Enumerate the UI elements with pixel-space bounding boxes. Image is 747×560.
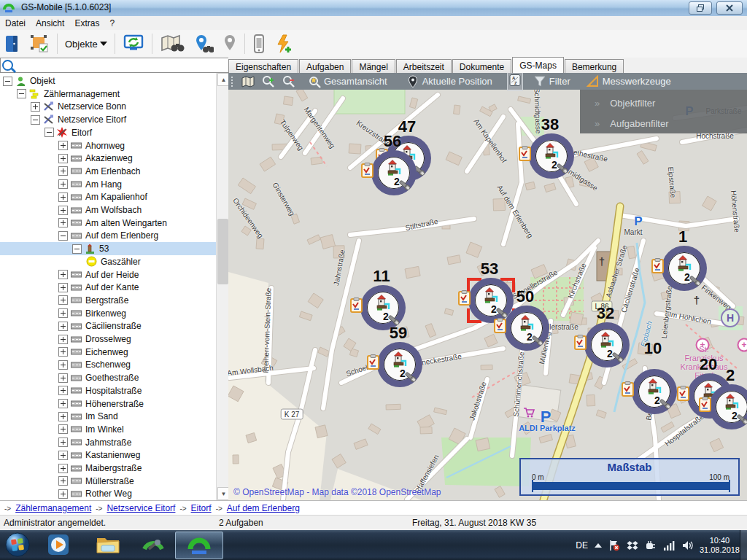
action-center-flag-icon[interactable] <box>608 540 620 551</box>
tree-item-auf-der-kante[interactable]: Auf der Kante <box>0 281 229 294</box>
map-marker-38[interactable]: 2 <box>529 133 574 179</box>
tree-item-maibergstra-e[interactable]: Maibergstraße <box>0 462 229 475</box>
tree-item-akazienweg[interactable]: Akazienweg <box>0 152 229 165</box>
map-marker-10[interactable]: 2 <box>632 369 677 414</box>
expand-icon[interactable] <box>58 412 68 421</box>
map-search-button[interactable] <box>155 32 189 55</box>
language-indicator[interactable]: DE <box>576 540 588 551</box>
expand-icon[interactable] <box>58 476 68 486</box>
collapse-icon[interactable] <box>44 128 54 137</box>
map-marker-32[interactable]: 2 <box>584 322 630 368</box>
taskbar-explorer[interactable] <box>95 532 121 557</box>
zoom-out-button[interactable] <box>279 73 299 93</box>
map-panel[interactable]: TulpenwegMargeritenwegKreuzstraßeGinster… <box>228 73 747 500</box>
start-button[interactable] <box>4 532 31 557</box>
select-objects-button[interactable] <box>25 32 54 55</box>
expand-icon[interactable] <box>58 192 68 202</box>
map-marker-56[interactable]: 2 <box>371 150 417 195</box>
tab-dokumente[interactable]: Dokumente <box>452 59 511 73</box>
tab-arbeitszeit[interactable]: Arbeitszeit <box>396 59 452 73</box>
menu-item-extras[interactable]: Extras <box>69 17 104 30</box>
map-marker-59[interactable]: 2 <box>377 342 422 387</box>
tree-item-jahmstra-e[interactable]: Jahmstraße <box>0 436 229 449</box>
tab-aufgaben[interactable]: Aufgaben <box>299 59 351 73</box>
tab-bemerkung[interactable]: Bemerkung <box>565 59 624 73</box>
tree-item-birkenweg[interactable]: Birkenweg <box>0 307 229 320</box>
expand-icon[interactable] <box>58 206 68 215</box>
objekte-dropdown-button[interactable]: Objekte <box>61 32 112 55</box>
tree-item-am-erlenbach[interactable]: Am Erlenbach <box>0 165 229 178</box>
breadcrumb-link-netzservice-eitorf[interactable]: Netzservice Eitorf <box>107 503 175 513</box>
tree-scrollbar[interactable]: ▲ ▼ <box>216 73 229 500</box>
menu-item-ansicht[interactable]: Ansicht <box>31 17 69 30</box>
tree-item-eitorf[interactable]: Eitorf <box>0 126 229 139</box>
position-search-button[interactable] <box>189 32 218 55</box>
collapse-icon[interactable] <box>31 115 40 125</box>
collapse-icon[interactable] <box>72 244 82 254</box>
menu-item-objektfilter[interactable]: »Objektfilter <box>580 93 747 113</box>
tree-item-ahornweg[interactable]: Ahornweg <box>0 139 229 152</box>
quick-action-button[interactable] <box>270 32 298 55</box>
collapse-icon[interactable] <box>17 89 26 98</box>
expand-icon[interactable] <box>58 335 68 344</box>
mobile-device-button[interactable] <box>248 32 270 55</box>
volume-icon[interactable] <box>681 540 693 551</box>
show-desktop-button[interactable] <box>740 530 747 560</box>
gesamtansicht-button[interactable]: Gesamtansicht <box>299 73 396 93</box>
tree-item-auf-dem-erlenberg[interactable]: Auf dem Erlenberg <box>0 229 229 242</box>
expand-icon[interactable] <box>58 464 68 473</box>
tree-item-h-henerstra-e[interactable]: Höhenerstraße <box>0 397 229 411</box>
breadcrumb-link-z-hlermanagement[interactable]: Zählermanagement <box>15 503 91 513</box>
taskbar-gsmobile-active[interactable] <box>175 532 223 559</box>
tree-item-53[interactable]: 53 <box>0 242 229 255</box>
expand-icon[interactable] <box>58 386 68 395</box>
expand-icon[interactable] <box>58 399 68 408</box>
expand-icon[interactable] <box>58 451 68 460</box>
az-index-button[interactable]: AZ <box>507 73 523 91</box>
tree-item-objekt[interactable]: Objekt <box>0 74 219 88</box>
exit-button[interactable] <box>0 32 25 55</box>
zoom-in-button[interactable] <box>258 73 279 93</box>
position-button[interactable] <box>218 32 241 55</box>
restore-button[interactable] <box>689 1 712 15</box>
tab-gs-maps[interactable]: GS-Maps <box>512 57 564 73</box>
expand-icon[interactable] <box>58 308 68 318</box>
expand-icon[interactable] <box>31 102 40 112</box>
expand-icon[interactable] <box>58 179 68 189</box>
tree-item-rother-weg[interactable]: Rother Weg <box>0 487 229 500</box>
search-input[interactable] <box>0 58 232 73</box>
close-button[interactable] <box>716 1 743 15</box>
menu-item-aufgabenfilter[interactable]: »Aufgabenfilter <box>580 113 747 133</box>
tree-item-goethestra-e[interactable]: Goethestraße <box>0 371 229 384</box>
expand-icon[interactable] <box>58 489 68 499</box>
collapse-icon[interactable] <box>58 231 68 241</box>
tree-item-drosselweg[interactable]: Drosselweg <box>0 332 229 346</box>
collapse-icon[interactable] <box>3 77 12 86</box>
map-canvas[interactable]: TulpenwegMargeritenwegKreuzstraßeGinster… <box>228 90 747 500</box>
breadcrumb-link-eitorf[interactable]: Eitorf <box>191 503 212 513</box>
tray-expand-icon[interactable] <box>595 543 602 548</box>
tree-item-im-sand[interactable]: Im Sand <box>0 410 229 423</box>
dropbox-icon[interactable] <box>627 540 638 551</box>
expand-icon[interactable] <box>58 270 68 279</box>
tree-item-kastanienweg[interactable]: Kastanienweg <box>0 448 229 462</box>
breadcrumb-link-auf-dem-erlenberg[interactable]: Auf dem Erlenberg <box>227 503 300 513</box>
tree-item-am-wolfsbach[interactable]: Am Wolfsbach <box>0 203 229 217</box>
expand-icon[interactable] <box>58 347 68 357</box>
network-signal-icon[interactable] <box>663 540 675 551</box>
power-plug-icon[interactable] <box>645 540 657 551</box>
tree-item-eichenweg[interactable]: Eichenweg <box>0 346 229 359</box>
scroll-thumb[interactable] <box>217 219 228 284</box>
filter-button[interactable]: Filter <box>529 73 579 93</box>
tree-item-am-alten-weingarten[interactable]: Am alten Weingarten <box>0 217 229 230</box>
toolbar-grip[interactable] <box>231 76 233 88</box>
tree-item-eschenweg[interactable]: Eschenweg <box>0 358 229 371</box>
map-marker-1[interactable]: 2 <box>662 246 707 291</box>
tree-item-m-llerstra-e[interactable]: Müllerstraße <box>0 475 229 488</box>
tree-item-netzservice-bonn[interactable]: Netzservice Bonn <box>0 100 229 113</box>
tray-clock[interactable]: 10:40 31.08.2018 <box>700 536 740 555</box>
menu-item-?[interactable]: ? <box>104 17 120 30</box>
expand-icon[interactable] <box>58 360 68 370</box>
expand-icon[interactable] <box>58 424 68 434</box>
tree-item-bergstra-e[interactable]: Bergstraße <box>0 294 229 307</box>
